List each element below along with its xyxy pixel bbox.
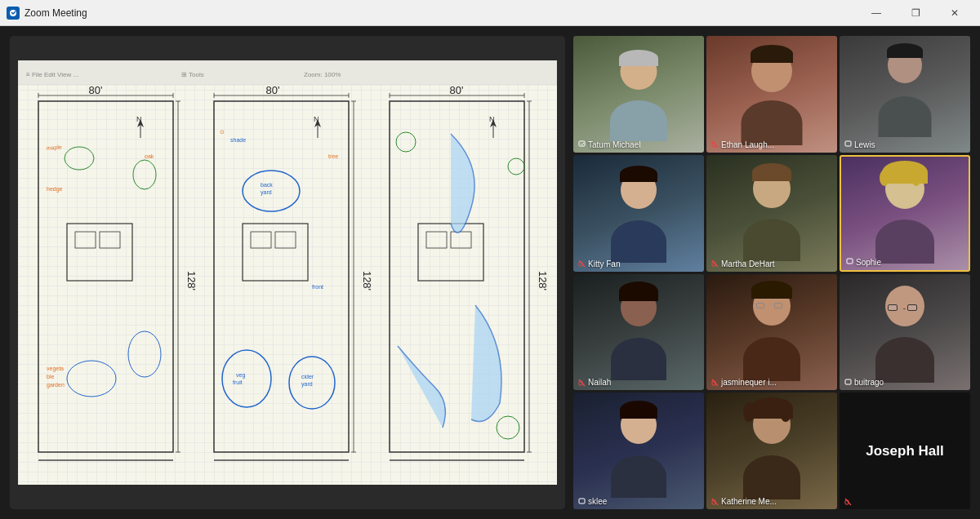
svg-rect-94 bbox=[845, 379, 851, 384]
svg-text:yard: yard bbox=[261, 189, 272, 196]
whiteboard-container: ≡ File Edit View ... ⊞ Tools Zoom: 100% … bbox=[10, 36, 565, 509]
svg-text:front: front bbox=[312, 284, 323, 290]
title-bar-left: Zoom Meeting bbox=[7, 7, 87, 20]
svg-text:≡ File Edit View ...: ≡ File Edit View ... bbox=[26, 71, 78, 78]
app-icon bbox=[7, 7, 20, 20]
window-controls: — ❐ ✕ bbox=[858, 0, 973, 26]
window-title: Zoom Meeting bbox=[24, 7, 87, 19]
svg-text:garden: garden bbox=[47, 382, 65, 388]
participant-name-nailah: Nailah bbox=[578, 378, 611, 387]
main-content: ≡ File Edit View ... ⊞ Tools Zoom: 100% … bbox=[0, 26, 980, 519]
svg-text:veg: veg bbox=[236, 372, 245, 379]
participant-tile-joseph[interactable]: Joseph Hall bbox=[840, 393, 970, 509]
close-button[interactable]: ✕ bbox=[936, 0, 973, 26]
participant-name-joseph: Joseph Hall bbox=[866, 443, 943, 459]
svg-text:hedge: hedge bbox=[47, 186, 63, 193]
participant-tile-nailah[interactable]: Nailah bbox=[573, 274, 704, 391]
svg-rect-84 bbox=[845, 141, 851, 146]
svg-text:shade: shade bbox=[230, 137, 246, 143]
participant-tile-tatum[interactable]: Tatum Michael bbox=[573, 36, 704, 153]
participant-tile-buitrago[interactable]: buitrago bbox=[840, 274, 970, 391]
participant-tile-lewis[interactable]: Lewis bbox=[840, 36, 970, 153]
participant-name-buitrago: buitrago bbox=[844, 378, 884, 387]
svg-text:ble: ble bbox=[47, 374, 54, 379]
svg-text:⊞ Tools: ⊞ Tools bbox=[181, 71, 204, 78]
svg-rect-95 bbox=[579, 499, 585, 503]
svg-text:Zoom: 100%: Zoom: 100% bbox=[304, 71, 341, 78]
svg-text:fruit: fruit bbox=[233, 379, 243, 385]
participant-name-lewis: Lewis bbox=[844, 140, 875, 149]
svg-rect-89 bbox=[847, 259, 853, 264]
svg-text:80': 80' bbox=[266, 84, 280, 96]
participant-name-martha: Martha DeHart bbox=[711, 260, 775, 268]
svg-text:oak: oak bbox=[145, 153, 154, 159]
svg-text:cider: cider bbox=[301, 374, 314, 379]
participant-name-kittyfan: Kitty Fan bbox=[578, 260, 620, 268]
participant-tile-sophie[interactable]: Sophie bbox=[840, 155, 970, 272]
svg-text:128': 128' bbox=[361, 271, 373, 291]
minimize-button[interactable]: — bbox=[858, 0, 895, 26]
participant-tile-sklee[interactable]: sklee bbox=[573, 393, 704, 509]
participant-name-jasmine: jasminequer i... bbox=[711, 378, 777, 387]
participant-name-katherine: Katherine Me... bbox=[711, 497, 777, 506]
svg-text:yard: yard bbox=[301, 381, 313, 388]
screen-share-area: ≡ File Edit View ... ⊞ Tools Zoom: 100% … bbox=[10, 36, 565, 509]
participant-tile-ethan[interactable]: Ethan Laugh... bbox=[706, 36, 837, 153]
participant-name-sklee: sklee bbox=[578, 497, 607, 506]
svg-text:80': 80' bbox=[89, 84, 103, 96]
whiteboard-svg: ≡ File Edit View ... ⊞ Tools Zoom: 100% … bbox=[18, 60, 557, 485]
svg-text:tree: tree bbox=[328, 153, 338, 159]
participant-tile-kittyfan[interactable]: Kitty Fan bbox=[573, 155, 704, 272]
svg-text:128': 128' bbox=[185, 271, 198, 291]
svg-text:⊙: ⊙ bbox=[220, 129, 225, 135]
maximize-button[interactable]: ❐ bbox=[897, 0, 934, 26]
participant-tile-jasmine[interactable]: jasminequer i... bbox=[706, 274, 837, 391]
participant-tile-martha[interactable]: Martha DeHart bbox=[706, 155, 837, 272]
svg-text:128': 128' bbox=[537, 271, 549, 291]
participant-tile-katherine[interactable]: Katherine Me... bbox=[706, 393, 837, 509]
svg-text:80': 80' bbox=[450, 84, 464, 96]
participants-grid: Tatum Michael Ethan Laugh... Lewis bbox=[573, 36, 970, 509]
svg-text:back: back bbox=[261, 182, 273, 188]
title-bar: Zoom Meeting — ❐ ✕ bbox=[0, 0, 980, 26]
svg-rect-3 bbox=[18, 60, 557, 85]
participant-name-sophie: Sophie bbox=[846, 258, 881, 267]
participant-name-tatum: Tatum Michael bbox=[578, 140, 640, 149]
svg-text:vegeta: vegeta bbox=[47, 366, 64, 372]
participant-name-ethan: Ethan Laugh... bbox=[711, 140, 774, 149]
